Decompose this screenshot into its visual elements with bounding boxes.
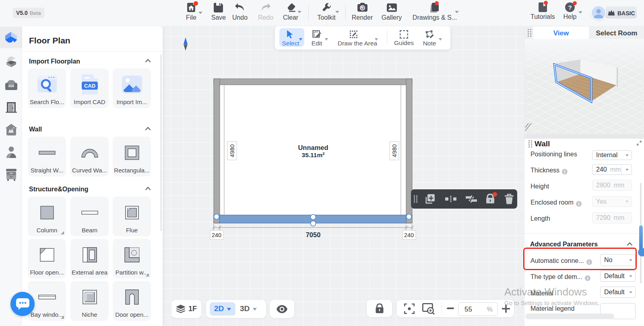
svg-text:240: 240	[212, 232, 221, 238]
svg-text:CAD: CAD	[84, 83, 95, 89]
svg-text:?: ?	[568, 4, 572, 11]
svg-text:7050: 7050	[306, 231, 321, 238]
svg-text:4980: 4980	[229, 144, 235, 157]
svg-text:240: 240	[404, 232, 414, 238]
svg-text:35.11m²: 35.11m²	[302, 152, 325, 158]
svg-text:Unnamed: Unnamed	[298, 144, 328, 151]
svg-text:4980: 4980	[391, 144, 398, 157]
